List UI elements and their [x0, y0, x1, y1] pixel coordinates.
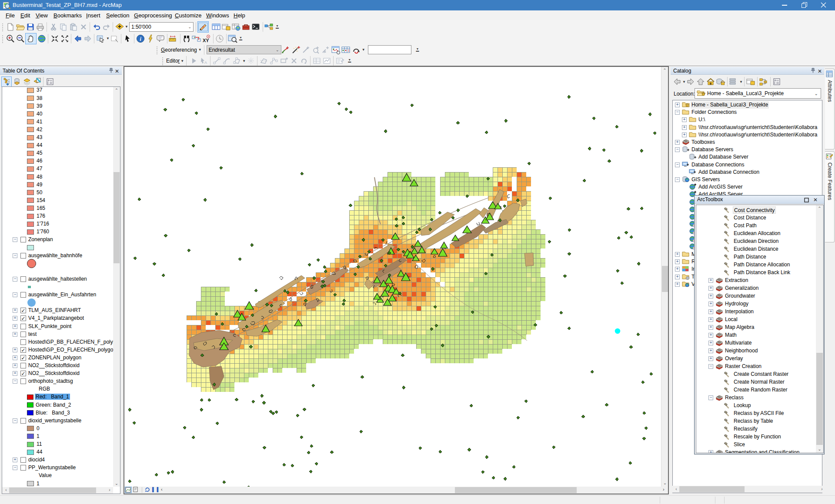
- svg-text:i: i: [140, 36, 142, 42]
- svg-text:XY: XY: [203, 38, 209, 43]
- svg-text:A: A: [204, 60, 207, 65]
